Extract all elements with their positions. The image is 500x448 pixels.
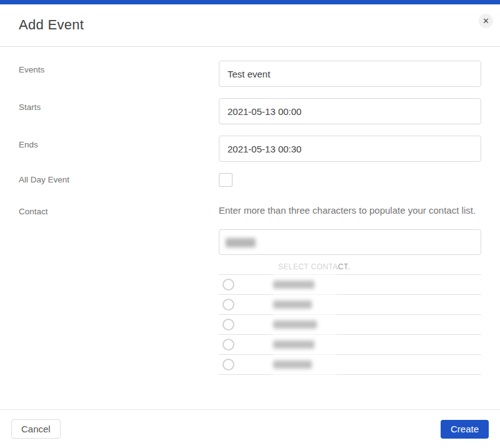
modal-header: Add Event ✕ bbox=[0, 4, 500, 46]
modal-title: Add Event bbox=[19, 17, 481, 33]
create-button[interactable]: Create bbox=[441, 420, 489, 439]
all-day-event-checkbox[interactable] bbox=[219, 173, 232, 187]
contact-name-redacted bbox=[273, 301, 312, 309]
contact-label: Contact bbox=[19, 202, 219, 375]
cancel-button[interactable]: Cancel bbox=[11, 419, 61, 439]
contact-search-input[interactable] bbox=[219, 229, 481, 255]
starts-label: Starts bbox=[19, 98, 219, 124]
contact-name-redacted bbox=[273, 341, 314, 349]
close-button[interactable]: ✕ bbox=[479, 14, 493, 28]
contact-name-redacted bbox=[273, 281, 314, 289]
contact-column: Enter more than three characters to popu… bbox=[219, 202, 481, 375]
modal-accent-bar bbox=[0, 0, 500, 4]
starts-row: Starts bbox=[19, 98, 481, 124]
contact-radio[interactable] bbox=[222, 339, 234, 351]
contact-option[interactable] bbox=[219, 315, 481, 335]
add-event-modal: Add Event ✕ Events Starts Ends All Day E… bbox=[0, 0, 500, 448]
ends-input[interactable] bbox=[219, 136, 481, 162]
modal-footer: Cancel Create bbox=[0, 409, 500, 448]
starts-input[interactable] bbox=[219, 98, 481, 124]
events-row: Events bbox=[19, 61, 481, 87]
all-day-event-row: All Day Event bbox=[19, 173, 481, 189]
contact-option[interactable] bbox=[219, 335, 481, 355]
modal-body: Events Starts Ends All Day Event Contact… bbox=[0, 47, 500, 375]
all-day-event-checkbox-wrap bbox=[219, 173, 232, 189]
ends-label: Ends bbox=[19, 136, 219, 162]
contact-name-redacted bbox=[273, 321, 317, 329]
contact-radio[interactable] bbox=[222, 279, 234, 291]
events-label: Events bbox=[19, 61, 219, 87]
contact-radio[interactable] bbox=[222, 319, 234, 331]
contact-radio[interactable] bbox=[222, 359, 234, 371]
ends-row: Ends bbox=[19, 136, 481, 162]
contact-option[interactable] bbox=[219, 275, 481, 295]
contact-search-redacted-value bbox=[226, 238, 256, 247]
contact-option[interactable] bbox=[219, 355, 481, 375]
contact-option[interactable] bbox=[219, 295, 481, 315]
contact-list bbox=[219, 274, 481, 375]
contact-help-text: Enter more than three characters to popu… bbox=[219, 202, 481, 218]
all-day-event-label: All Day Event bbox=[19, 173, 219, 189]
events-input[interactable] bbox=[219, 61, 481, 87]
contact-list-header: SELECT CONTACT. bbox=[219, 262, 481, 271]
contact-name-redacted bbox=[273, 361, 312, 369]
contact-row: Contact Enter more than three characters… bbox=[19, 202, 481, 375]
contact-radio[interactable] bbox=[222, 299, 234, 311]
close-icon: ✕ bbox=[482, 17, 489, 25]
